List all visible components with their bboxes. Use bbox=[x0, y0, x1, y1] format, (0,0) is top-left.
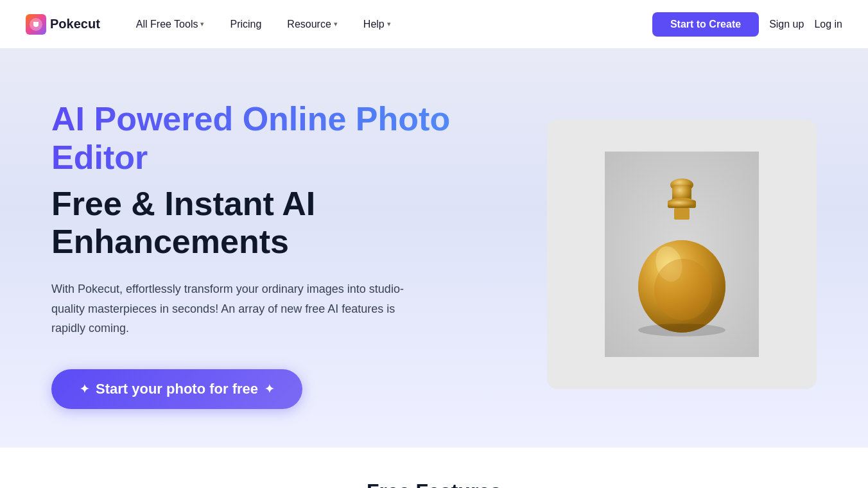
hero-product-image bbox=[547, 119, 817, 389]
navbar: Pokecut All Free Tools ▾ Pricing Resourc… bbox=[0, 0, 868, 49]
login-button[interactable]: Log in bbox=[814, 19, 842, 30]
nav-item-resource[interactable]: Resource ▾ bbox=[277, 13, 347, 35]
chevron-down-icon-resource: ▾ bbox=[334, 20, 338, 28]
hero-title-gradient: AI Powered Online Photo Editor bbox=[51, 100, 488, 177]
nav-item-help[interactable]: Help ▾ bbox=[353, 13, 401, 35]
features-section-title: Free Features bbox=[26, 480, 842, 488]
logo-name: Pokecut bbox=[50, 17, 100, 31]
sparkle-icon-left: ✦ bbox=[80, 382, 89, 396]
hero-left: AI Powered Online Photo Editor Free & In… bbox=[51, 100, 488, 409]
chevron-down-icon-help: ▾ bbox=[387, 20, 391, 28]
perfume-bottle-svg bbox=[605, 152, 759, 357]
logo[interactable]: Pokecut bbox=[26, 14, 100, 35]
nav-item-free-tools[interactable]: All Free Tools ▾ bbox=[126, 13, 215, 35]
chevron-down-icon: ▾ bbox=[200, 20, 204, 28]
hero-right bbox=[547, 119, 817, 389]
signup-button[interactable]: Sign up bbox=[769, 19, 804, 30]
logo-icon bbox=[26, 14, 46, 35]
svg-rect-5 bbox=[668, 200, 696, 208]
features-section: Free Features Background Remover bbox=[0, 448, 868, 488]
hero-description: With Pokecut, effortlessly transform you… bbox=[51, 279, 424, 338]
hero-cta-button[interactable]: ✦ Start your photo for free ✦ bbox=[51, 369, 302, 409]
svg-rect-6 bbox=[674, 208, 690, 220]
start-to-create-button[interactable]: Start to Create bbox=[652, 12, 759, 37]
nav-item-pricing[interactable]: Pricing bbox=[220, 13, 272, 35]
nav-items: All Free Tools ▾ Pricing Resource ▾ Help… bbox=[126, 13, 652, 35]
svg-point-10 bbox=[638, 324, 725, 336]
hero-section: AI Powered Online Photo Editor Free & In… bbox=[0, 49, 868, 448]
sparkle-icon-right: ✦ bbox=[265, 382, 274, 396]
nav-right: Start to Create Sign up Log in bbox=[652, 12, 842, 37]
svg-point-11 bbox=[654, 259, 712, 320]
hero-title-black: Free & Instant AI Enhancements bbox=[51, 185, 488, 262]
